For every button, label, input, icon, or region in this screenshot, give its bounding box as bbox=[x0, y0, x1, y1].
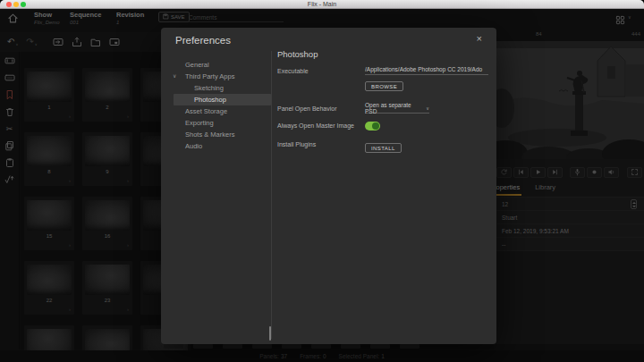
close-button[interactable] bbox=[6, 2, 12, 7]
toggle-knob bbox=[372, 122, 379, 130]
pref-sidebar-item-asset-storage[interactable]: Asset Storage bbox=[161, 105, 271, 117]
pref-sidebar-item-shots-markers[interactable]: Shots & Markers bbox=[161, 129, 271, 140]
window-title: Flix - Main bbox=[0, 0, 644, 9]
close-icon[interactable]: × bbox=[477, 33, 482, 44]
panel-open-behavior-select[interactable]: Open as separate PSD ∨ bbox=[365, 103, 429, 114]
zoom-button[interactable] bbox=[21, 2, 26, 7]
pref-sidebar-item-photoshop[interactable]: Photoshop bbox=[174, 94, 271, 105]
install-plugins-label: Install Plugins bbox=[277, 141, 316, 147]
chevron-down-icon: ∨ bbox=[426, 105, 429, 111]
always-open-master-label: Always Open Master Image bbox=[277, 122, 354, 129]
minimize-button[interactable] bbox=[13, 2, 19, 7]
pref-sidebar-item-exporting[interactable]: Exporting bbox=[161, 117, 271, 129]
titlebar[interactable]: Flix - Main bbox=[0, 0, 644, 9]
executable-label: Executable bbox=[277, 68, 309, 74]
pref-sidebar-item-audio[interactable]: Audio bbox=[161, 140, 271, 152]
always-open-master-toggle[interactable] bbox=[365, 122, 380, 130]
pref-sidebar-item-sketching[interactable]: Sketching bbox=[161, 82, 271, 94]
executable-input[interactable]: /Applications/Adobe Photoshop CC 2019/Ad… bbox=[365, 63, 488, 75]
preferences-dialog: Preferences × General∨Third Party AppsSk… bbox=[161, 28, 496, 344]
browse-button[interactable]: BROWSE bbox=[365, 81, 403, 91]
panel-open-behavior-value: Open as separate PSD bbox=[365, 102, 422, 114]
install-button[interactable]: INSTALL bbox=[365, 143, 402, 153]
panel-open-behavior-label: Panel Open Behavior bbox=[277, 105, 337, 112]
section-heading: Photoshop bbox=[277, 49, 318, 59]
sidebar-scrollbar[interactable] bbox=[269, 326, 271, 341]
app-window: Flix - Main Show Flix_Demo Sequence 001 … bbox=[0, 0, 644, 362]
pref-sidebar-item-general[interactable]: General bbox=[161, 59, 271, 71]
dialog-title: Preferences bbox=[175, 35, 231, 46]
chevron-down-icon: ∨ bbox=[173, 71, 176, 82]
preferences-sidebar: General∨Third Party AppsSketchingPhotosh… bbox=[161, 59, 271, 152]
pref-sidebar-item-third-party-apps[interactable]: ∨Third Party Apps bbox=[161, 71, 271, 82]
sidebar-divider bbox=[271, 51, 272, 339]
